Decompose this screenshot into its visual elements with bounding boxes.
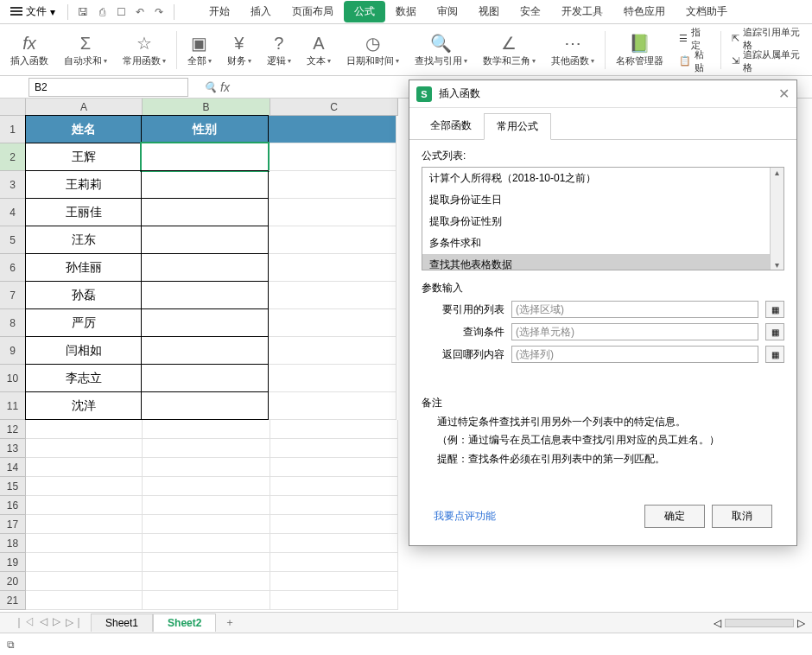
cell[interactable] [26,496,143,515]
print-icon[interactable]: ⎙ [94,4,110,20]
cell[interactable] [143,477,270,496]
row-header[interactable]: 14 [0,458,26,477]
cell[interactable] [26,439,143,458]
column-header[interactable]: A [26,99,143,116]
cell[interactable] [143,515,270,534]
list-item[interactable]: 查找其他表格数据 [422,254,783,270]
cell[interactable] [26,477,143,496]
cell[interactable]: 孙佳丽 [25,253,142,282]
cell[interactable] [270,458,398,477]
define-name-button[interactable]: ☰指定 [676,29,714,49]
param-input[interactable]: (选择单元格) [511,323,758,340]
all-functions-button[interactable]: ▣ 全部▾ [181,26,219,74]
cell[interactable]: 闫相如 [25,336,142,365]
ribbon-tab[interactable]: 审阅 [427,1,468,22]
cell[interactable] [143,534,270,553]
ribbon-tab[interactable]: 特色应用 [613,1,676,22]
math-button[interactable]: ∠ 数学和三角▾ [476,26,542,74]
cell[interactable] [270,591,398,610]
cancel-button[interactable]: 取消 [712,505,772,528]
row-header[interactable]: 4 [0,199,26,226]
text-button[interactable]: A 文本▾ [300,26,338,74]
cell[interactable] [269,143,396,171]
sheet-tab[interactable]: Sheet1 [91,614,153,632]
ribbon-tab[interactable]: 插入 [240,1,282,22]
row-header[interactable]: 1 [0,116,26,143]
close-icon[interactable]: ✕ [778,86,790,102]
preview-icon[interactable]: ☐ [113,4,129,20]
dialog-tab[interactable]: 全部函数 [418,113,484,139]
cell[interactable]: 王丽佳 [25,198,142,226]
ribbon-tab[interactable]: 视图 [468,1,510,22]
ok-button[interactable]: 确定 [644,505,705,528]
redo-icon[interactable]: ↷ [151,4,167,20]
cell[interactable] [269,171,396,199]
cell[interactable] [269,226,396,254]
first-sheet-icon[interactable]: ｜◁ [14,615,35,630]
cell[interactable]: 王莉莉 [25,170,142,199]
trace-precedent-button[interactable]: ⇱追踪引用单元格 [728,29,805,49]
cell[interactable] [143,553,270,572]
cell[interactable] [270,553,398,572]
list-item[interactable]: 多条件求和 [422,232,783,254]
cell[interactable] [270,496,398,515]
cell[interactable] [26,458,143,477]
cell[interactable] [141,143,269,171]
cell[interactable] [269,199,396,226]
file-menu[interactable]: 文件 ▾ [5,3,60,21]
cell[interactable] [270,534,398,553]
datetime-button[interactable]: ◷ 日期和时间▾ [339,26,406,74]
cell[interactable] [143,496,270,515]
row-header[interactable]: 21 [0,591,26,610]
ribbon-tab[interactable]: 开发工具 [551,1,613,22]
row-header[interactable]: 3 [0,171,26,199]
param-input[interactable]: (选择区域) [511,301,758,318]
column-header[interactable]: B [143,99,270,116]
list-item[interactable]: 提取身份证性别 [422,211,783,232]
cell[interactable] [269,309,396,337]
logic-button[interactable]: ? 逻辑▾ [260,26,298,74]
undo-icon[interactable]: ↶ [132,4,148,20]
row-header[interactable]: 8 [0,309,26,337]
last-sheet-icon[interactable]: ▷｜ [66,615,84,630]
cell[interactable] [270,572,398,591]
cell[interactable] [269,337,396,365]
cell[interactable]: 汪东 [25,226,142,254]
ribbon-tab[interactable]: 安全 [510,1,551,22]
scrollbar-track[interactable] [725,619,794,627]
cell[interactable] [269,392,396,420]
sheet-tab[interactable]: Sheet2 [153,614,216,632]
cell[interactable] [141,281,269,309]
row-header[interactable]: 2 [0,143,26,171]
param-input[interactable]: (选择列) [511,346,758,363]
list-item[interactable]: 提取身份证生日 [422,189,783,211]
cell[interactable] [26,591,143,610]
cell[interactable] [269,254,396,282]
cell[interactable] [143,591,270,610]
formula-listbox[interactable]: 计算个人所得税（2018-10-01之前）提取身份证生日提取身份证性别多条件求和… [422,167,784,270]
cell[interactable]: 王辉 [25,143,142,171]
list-item[interactable]: 计算个人所得税（2018-10-01之前） [422,168,783,189]
cell[interactable] [143,572,270,591]
paste-name-button[interactable]: 📋粘贴 [676,51,714,72]
sheet-nav[interactable]: ｜◁ ◁ ▷ ▷｜ [7,615,91,630]
other-functions-button[interactable]: ⋯ 其他函数▾ [544,26,601,74]
range-select-icon[interactable]: ▦ [765,323,784,340]
row-header[interactable]: 10 [0,365,26,392]
ribbon-tab[interactable]: 数据 [385,1,427,22]
cell[interactable] [143,458,270,477]
cell[interactable]: 孙磊 [25,281,142,309]
finance-button[interactable]: ¥ 财务▾ [220,26,258,74]
row-header[interactable]: 6 [0,254,26,282]
dialog-tab[interactable]: 常用公式 [484,113,551,140]
cell[interactable] [270,420,398,439]
cell[interactable] [26,534,143,553]
row-header[interactable]: 7 [0,282,26,309]
cell[interactable] [141,336,269,365]
cell[interactable] [26,572,143,591]
trace-dependent-button[interactable]: ⇲追踪从属单元格 [728,51,805,72]
cell[interactable] [143,420,270,439]
ribbon-tab[interactable]: 开始 [199,1,240,22]
row-header[interactable]: 11 [0,392,26,420]
row-header[interactable]: 9 [0,337,26,365]
